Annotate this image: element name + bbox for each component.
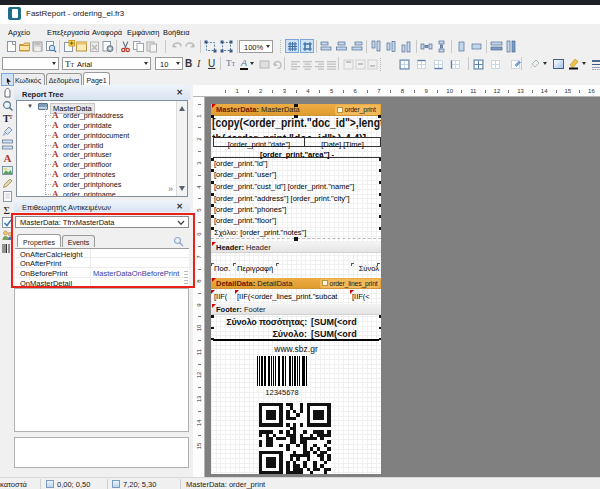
svg-text:T: T (9, 114, 13, 120)
svg-text:A: A (3, 152, 11, 164)
svg-text:Σ: Σ (3, 204, 9, 216)
